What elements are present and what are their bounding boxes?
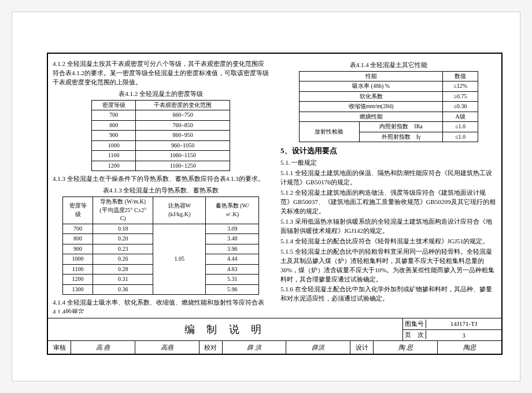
para-516: 5.1.6 在全轻混凝土配合比中加入化学外加剂或矿物掺和料时，其品种、掺量和对水…	[280, 285, 497, 303]
drawing-title: 编 制 说 明	[48, 318, 403, 340]
page-frame: 4.1.2 全轻混凝土按其干表观密度可分八个等级，其干表观密度的变化范围应符合表…	[47, 53, 503, 355]
page-label: 页 次	[403, 331, 426, 339]
table-row: 密度等级 干表观密度的变化范围	[92, 100, 230, 110]
校对-sig: 薛 洪	[223, 341, 287, 354]
series-value: 14J171-TJ	[426, 320, 501, 327]
table-413-title: 表4.1.3 全轻混凝土的导热系数、蓄热系数	[53, 186, 269, 195]
para-414: 4.1.4 全轻混凝土吸水率、软化系数、收缩值、燃烧性能和放射性等应符合表4.1…	[53, 298, 269, 313]
table-header: 密度等级	[92, 100, 136, 110]
table-413: 密度等级 导热系数 (W/m.K) (平均温度25° C±2° C) 比热容W …	[62, 196, 259, 295]
校对-sig2: 薛洪	[286, 341, 350, 354]
table-414-title: 表4.1.4 全轻混凝土其它性能	[280, 61, 497, 70]
para-514: 5.1.4 全轻混凝土的配合比应符合《轻骨料混凝土技术规程》JGJ51的规定。	[280, 237, 497, 246]
设计-sig2: 陶思	[438, 341, 501, 354]
page-value: 3	[426, 332, 501, 339]
series-label: 图集号	[403, 320, 426, 328]
document-sheet: 4.1.2 全轻混凝土按其干表观密度可分八个等级，其干表观密度的变化范围应符合表…	[12, 12, 520, 381]
para-511: 5.1.1 全轻混凝土建筑地面的保温、隔热和防潮性能应符合《民用建筑热工设计规范…	[280, 169, 497, 187]
title-block-meta: 图集号 14J171-TJ 页 次 3	[403, 318, 501, 340]
para-512: 5.1.2 全轻混凝土建筑地面的构造做法、强度等级应符合《建筑地面设计规范》GB…	[280, 188, 497, 216]
left-column: 4.1.2 全轻混凝土按其干表观密度可分八个等级，其干表观密度的变化范围应符合表…	[53, 58, 269, 313]
para-413: 4.1.3 全轻混凝土在干燥条件下的导热系数、蓄热系数应符合表4.1.3的要求。	[53, 175, 269, 184]
table-header: 干表观密度的变化范围	[136, 100, 230, 110]
title-block: 编 制 说 明 图集号 14J171-TJ 页 次 3 审核 高 燕 高燕 校对	[48, 318, 501, 354]
table-412-title: 表4.1.2 全轻混凝土的密度等级	[53, 90, 269, 99]
table-414: 性能 数值 吸水率 (48h) %≤12% 软化系数≥0.75 收缩值mm/m(…	[299, 71, 478, 143]
设计-label: 设计	[350, 341, 374, 354]
content-area: 4.1.2 全轻混凝土按其干表观密度可分八个等级，其干表观密度的变化范围应符合表…	[53, 58, 497, 313]
设计-sig: 陶 思	[374, 341, 438, 354]
para-412: 4.1.2 全轻混凝土按其干表观密度可分八个等级，其干表观密度的变化范围应符合表…	[53, 60, 269, 87]
right-column: 表4.1.4 全轻混凝土其它性能 性能 数值 吸水率 (48h) %≤12% 软…	[280, 58, 497, 313]
para-515: 5.1.5 全轻混凝土的配合比中的轻粗骨料宜采用同一品种的轻骨料。全轻混凝土及其…	[280, 247, 497, 284]
title-block-top: 编 制 说 明 图集号 14J171-TJ 页 次 3	[48, 318, 501, 341]
section-5-title: 5、设计选用要点	[280, 146, 497, 157]
para-513: 5.1.3 采用低温热水辐射供暖系统的全轻混凝土建筑地面构造设计应符合《地面辐射…	[280, 217, 497, 236]
校对-label: 校对	[200, 341, 223, 354]
审核-label: 审核	[48, 341, 71, 354]
审核-sig2: 高燕	[135, 341, 200, 354]
table-412: 密度等级 干表观密度的变化范围 700660~750 800760~850 90…	[91, 100, 230, 172]
para-51: 5.1. 一般规定	[280, 158, 497, 168]
审核-sig: 高 燕	[71, 341, 135, 354]
title-block-signatures: 审核 高 燕 高燕 校对 薛 洪 薛洪 设计 陶 思 陶思	[48, 341, 501, 354]
